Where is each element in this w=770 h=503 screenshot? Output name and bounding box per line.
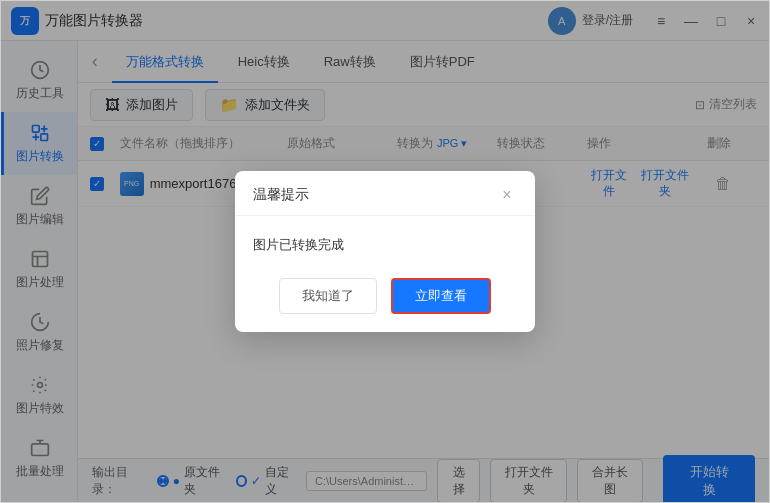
- modal-title: 温馨提示: [253, 186, 309, 204]
- dismiss-button[interactable]: 我知道了: [279, 278, 377, 314]
- modal-header: 温馨提示 ×: [235, 171, 535, 216]
- modal-body: 图片已转换完成: [235, 216, 535, 268]
- modal-message: 图片已转换完成: [253, 237, 344, 252]
- view-now-button[interactable]: 立即查看: [391, 278, 491, 314]
- modal-dialog: 温馨提示 × 图片已转换完成 我知道了 立即查看: [235, 171, 535, 332]
- modal-footer: 我知道了 立即查看: [235, 268, 535, 332]
- modal-close-button[interactable]: ×: [497, 185, 517, 205]
- modal-overlay: 温馨提示 × 图片已转换完成 我知道了 立即查看: [1, 1, 769, 502]
